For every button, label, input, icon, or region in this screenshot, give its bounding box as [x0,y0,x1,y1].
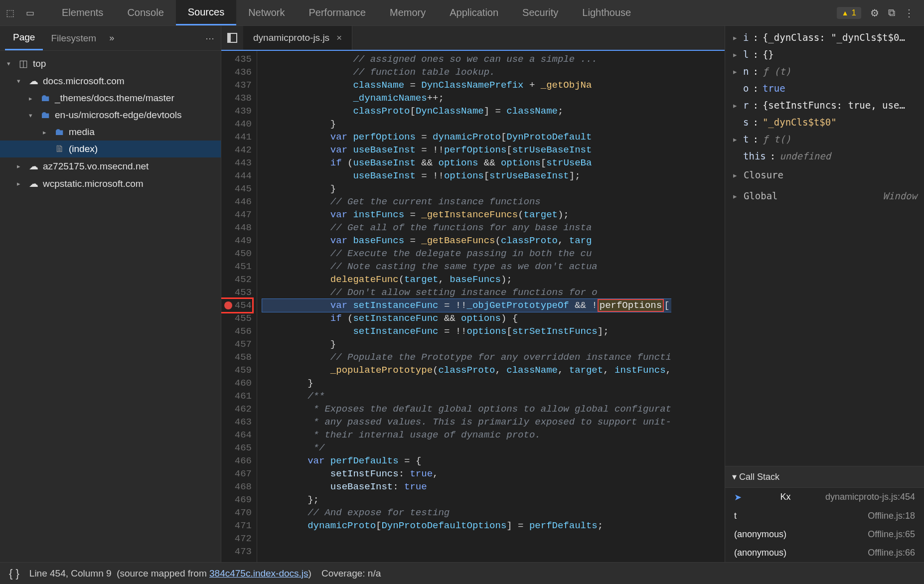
more-tabs-icon[interactable]: » [109,33,114,43]
scope-variable[interactable]: ▸r: {setInstFuncs: true, use… [725,97,924,114]
tree-toggle-icon[interactable]: ▸ [43,129,50,136]
customize-icon[interactable]: ⧉ [888,7,895,18]
main-tab-application[interactable]: Application [438,0,510,25]
tree-node-icon: ☁ [28,160,39,172]
scope-section[interactable]: Closure [725,164,924,185]
file-tree: ▾◫top▾☁docs.microsoft.com▸🖿_themes/docs.… [0,51,221,562]
tree-node-icon: 🖿 [40,93,51,104]
navigator-menu-icon[interactable]: ⋯ [205,33,216,44]
tree-item-label: _themes/docs.theme/master [55,93,174,104]
main-tab-lighthouse[interactable]: Lighthouse [570,0,643,25]
source-map-link[interactable]: 384c475c.index-docs.js [209,568,308,579]
scope-variable[interactable]: ▸l: {} [725,46,924,63]
main-tab-console[interactable]: Console [115,0,175,25]
tree-item[interactable]: ▸🖿_themes/docs.theme/master [0,90,221,107]
tree-item[interactable]: ▾◫top [0,55,221,72]
navigator-tab-filesystem[interactable]: Filesystem [43,26,104,50]
tree-toggle-icon[interactable]: ▸ [17,162,24,170]
sources-navigator: PageFilesystem » ⋯ ▾◫top▾☁docs.microsoft… [0,26,221,562]
tree-node-icon: 🖿 [40,110,51,121]
call-stack: Kxdynamicproto-js.js:454tOffline.js:18(a… [725,488,924,562]
pretty-print-icon[interactable]: { } [9,567,19,580]
scope-variable[interactable]: s: "_dynCls$t$0" [725,114,924,131]
tree-item-label: az725175.vo.msecnd.net [43,161,149,172]
navigator-tab-page[interactable]: Page [5,26,43,50]
call-stack-frame[interactable]: tOffline.js:18 [725,507,924,525]
call-stack-frame[interactable]: (anonymous)Offline.js:66 [725,544,924,562]
tree-toggle-icon[interactable]: ▸ [29,95,36,102]
tree-node-icon: ☁ [28,75,39,87]
tree-item[interactable]: ▸☁az725175.vo.msecnd.net [0,157,221,175]
editor-tab[interactable]: dynamicproto-js.js × [243,26,352,50]
call-stack-header[interactable]: Call Stack [725,466,924,488]
device-toolbar-icon[interactable]: ▭ [20,3,40,23]
tree-item[interactable]: ▾🖿en-us/microsoft-edge/devtools [0,107,221,124]
code-area[interactable]: 4354364374384394404414424434444454464474… [221,51,725,562]
tree-node-icon: ◫ [18,58,29,69]
main-tab-performance[interactable]: Performance [297,0,378,25]
devtools-toolbar: ⬚ ▭ ElementsConsoleSourcesNetworkPerform… [0,0,924,26]
tree-item-label: top [33,58,46,69]
tree-node-icon: ☁ [28,178,39,189]
tree-node-icon: 🗎 [54,144,65,154]
close-tab-icon[interactable]: × [336,32,342,43]
main-tab-network[interactable]: Network [236,0,297,25]
main-tab-security[interactable]: Security [510,0,570,25]
tree-toggle-icon[interactable]: ▾ [17,77,24,85]
tree-item-label: wcpstatic.microsoft.com [43,178,144,189]
inspect-element-icon[interactable]: ⬚ [0,3,20,23]
warnings-badge[interactable]: 1 [837,7,861,19]
settings-icon[interactable]: ⚙ [870,7,879,19]
editor-tabs: dynamicproto-js.js × [221,26,725,51]
scope-variable[interactable]: this: undefined [725,147,924,164]
toolbar-right: 1 ⚙ ⧉ ⋮ [837,7,924,19]
status-bar: { } Line 454, Column 9 (source mapped fr… [0,562,924,584]
toggle-navigator-icon[interactable] [221,33,243,43]
debugger-sidebar: ▸i: {_dynClass: "_dynCls$t$0…▸l: {}▸n: ƒ… [725,26,924,562]
cursor-position: Line 454, Column 9 (source mapped from 3… [29,568,311,579]
scope-variable[interactable]: ▸n: ƒ (t) [725,63,924,80]
navigator-tabs: PageFilesystem » ⋯ [0,26,221,51]
main-tab-elements[interactable]: Elements [50,0,115,25]
line-gutter[interactable]: 4354364374384394404414424434444454464474… [221,51,257,562]
code-content[interactable]: // assigned ones so we can use a simple … [257,51,671,562]
tree-item-label: media [69,127,95,138]
call-stack-frame[interactable]: (anonymous)Offline.js:65 [725,525,924,544]
tree-toggle-icon[interactable]: ▸ [17,180,24,187]
tree-node-icon: 🖿 [54,127,65,138]
devtools-main-tabs: ElementsConsoleSourcesNetworkPerformance… [50,0,643,25]
scope-variable[interactable]: ▸t: ƒ t() [725,131,924,147]
coverage-status: Coverage: n/a [321,568,381,579]
tree-item[interactable]: ▾☁docs.microsoft.com [0,72,221,90]
main-tab-sources[interactable]: Sources [176,0,236,25]
scope-variable[interactable]: o: true [725,80,924,97]
call-stack-frame[interactable]: Kxdynamicproto-js.js:454 [725,488,924,507]
scope-list: ▸i: {_dynClass: "_dynCls$t$0…▸l: {}▸n: ƒ… [725,26,924,466]
scope-variable[interactable]: ▸i: {_dynClass: "_dynCls$t$0… [725,29,924,46]
svg-rect-1 [228,33,231,42]
editor-tab-label: dynamicproto-js.js [253,32,329,43]
tree-item-label: en-us/microsoft-edge/devtools [55,110,182,121]
main-tab-memory[interactable]: Memory [378,0,438,25]
scope-section[interactable]: GlobalWindow [725,185,924,206]
tree-item[interactable]: 🗎(index) [0,141,221,157]
tree-item-label: docs.microsoft.com [43,76,125,87]
editor-panel: dynamicproto-js.js × 4354364374384394404… [221,26,725,562]
kebab-menu-icon[interactable]: ⋮ [904,7,914,19]
tree-item[interactable]: ▸🖿media [0,124,221,141]
tree-toggle-icon[interactable]: ▾ [29,112,36,119]
tree-toggle-icon[interactable]: ▾ [7,60,14,67]
tree-item[interactable]: ▸☁wcpstatic.microsoft.com [0,175,221,192]
tree-item-label: (index) [69,144,98,154]
